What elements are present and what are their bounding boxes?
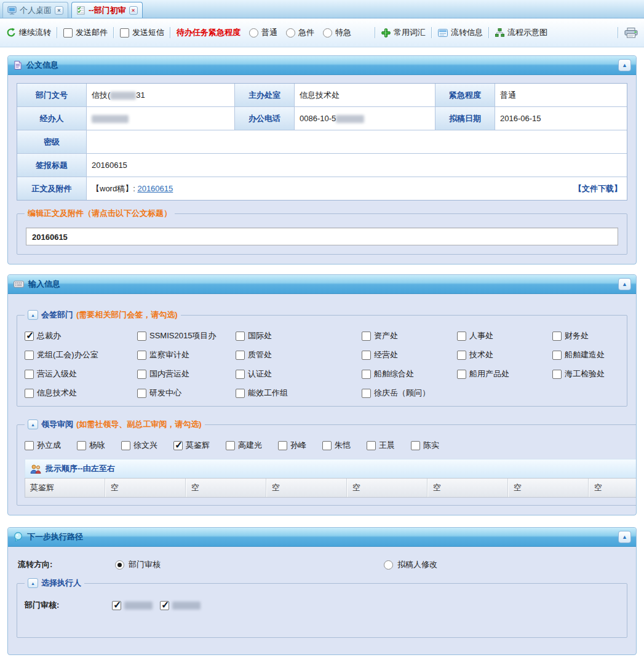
- collapse-mini-button[interactable]: ▲: [28, 419, 38, 429]
- checkbox-icon[interactable]: [322, 441, 332, 450]
- radio-icon[interactable]: [286, 28, 295, 38]
- countersign-checkbox-item[interactable]: 党组(工会)办公室: [25, 349, 137, 360]
- checkbox-icon[interactable]: [25, 441, 34, 450]
- radio-icon[interactable]: [384, 560, 393, 570]
- flow-info-button[interactable]: 流转信息: [438, 27, 483, 38]
- collapse-button[interactable]: ▲: [618, 531, 631, 543]
- countersign-checkbox-item[interactable]: 人事处: [457, 330, 552, 341]
- checkbox-icon[interactable]: [236, 389, 245, 398]
- checkbox-icon[interactable]: [25, 332, 34, 341]
- leader-checkbox-item[interactable]: 朱恺: [322, 440, 351, 451]
- urgency-option-normal[interactable]: 普通: [249, 27, 277, 38]
- checkbox-icon[interactable]: [173, 441, 183, 450]
- countersign-checkbox-item[interactable]: 船舶建造处: [552, 349, 619, 360]
- checkbox-icon[interactable]: [137, 351, 146, 360]
- leader-checkbox-item[interactable]: 孙峰: [278, 440, 306, 451]
- collapse-mini-button[interactable]: ▲: [28, 310, 38, 320]
- checkbox-icon[interactable]: [362, 370, 371, 379]
- common-words-button[interactable]: 常用词汇: [381, 27, 426, 38]
- checkbox-icon[interactable]: [137, 332, 146, 341]
- checkbox-icon[interactable]: [236, 351, 245, 360]
- checkbox-icon[interactable]: [362, 332, 371, 341]
- tab-department-review[interactable]: --部门初审 ×: [71, 2, 143, 18]
- checkbox-icon[interactable]: [137, 370, 146, 379]
- send-sms-option[interactable]: 发送短信: [120, 27, 164, 38]
- close-icon[interactable]: ×: [129, 6, 138, 15]
- countersign-checkbox-item[interactable]: 船用产品处: [457, 368, 552, 380]
- document-title-input[interactable]: 20160615: [26, 228, 618, 245]
- checkbox-icon[interactable]: [121, 441, 130, 450]
- countersign-checkbox-item[interactable]: 国内营运处: [137, 368, 236, 380]
- countersign-checkbox-item[interactable]: 总裁办: [25, 330, 137, 341]
- checkbox-icon[interactable]: [457, 332, 466, 341]
- collapse-mini-button[interactable]: ▲: [28, 578, 38, 588]
- leader-checkbox-item[interactable]: 高建光: [226, 440, 262, 451]
- close-icon[interactable]: ×: [55, 6, 63, 15]
- checkbox-icon[interactable]: [236, 370, 245, 379]
- checkbox-icon[interactable]: [552, 370, 562, 379]
- checkbox-icon[interactable]: [278, 441, 287, 450]
- word-draft-link[interactable]: 20160615: [137, 184, 173, 193]
- countersign-checkbox-item[interactable]: SSMIS2015项目办: [137, 330, 236, 341]
- checkbox-icon[interactable]: [367, 441, 376, 450]
- checkbox-icon[interactable]: [112, 601, 121, 610]
- checkbox-icon[interactable]: [77, 441, 86, 450]
- leader-checkbox-item[interactable]: 徐文兴: [121, 440, 157, 451]
- countersign-checkbox-item[interactable]: 质管处: [236, 349, 362, 360]
- radio-icon[interactable]: [115, 560, 124, 570]
- checkbox-icon[interactable]: [63, 28, 73, 38]
- countersign-checkbox-item[interactable]: 经营处: [362, 349, 457, 360]
- checkbox-icon[interactable]: [25, 389, 34, 398]
- countersign-checkbox-item[interactable]: 海工检验处: [552, 368, 619, 380]
- checkbox-label: SSMIS2015项目办: [149, 330, 216, 341]
- checkbox-icon[interactable]: [160, 601, 169, 610]
- urgency-option-extra-urgent[interactable]: 特急: [323, 27, 351, 38]
- countersign-checkbox-item[interactable]: 船舶综合处: [362, 368, 457, 380]
- checkbox-icon[interactable]: [411, 441, 420, 450]
- executor-checkbox-item[interactable]: [112, 601, 153, 610]
- leader-checkbox-item[interactable]: 陈实: [411, 440, 439, 451]
- checkbox-icon[interactable]: [362, 389, 371, 398]
- countersign-checkbox-item[interactable]: 认证处: [236, 368, 362, 380]
- checkbox-icon[interactable]: [552, 351, 562, 360]
- collapse-button[interactable]: ▲: [618, 278, 631, 290]
- checkbox-icon[interactable]: [236, 332, 245, 341]
- direction-option-dept-review[interactable]: 部门审核: [115, 559, 384, 570]
- countersign-checkbox-item[interactable]: 资产处: [362, 330, 457, 341]
- checkbox-icon[interactable]: [457, 351, 466, 360]
- checkbox-icon[interactable]: [25, 351, 34, 360]
- countersign-checkbox-item[interactable]: 能效工作组: [236, 388, 362, 399]
- order-cell: 空: [509, 479, 589, 497]
- checkbox-icon[interactable]: [25, 370, 34, 379]
- checkbox-icon[interactable]: [552, 332, 562, 341]
- executor-checkbox-item[interactable]: [160, 601, 201, 610]
- countersign-checkbox-item[interactable]: 技术处: [457, 349, 552, 360]
- collapse-button[interactable]: ▲: [618, 59, 631, 71]
- countersign-checkbox-item[interactable]: 研发中心: [137, 388, 236, 399]
- countersign-checkbox-item[interactable]: 财务处: [552, 330, 619, 341]
- flow-diagram-button[interactable]: 流程示意图: [495, 27, 547, 38]
- checkbox-icon[interactable]: [137, 389, 146, 398]
- radio-icon[interactable]: [249, 28, 258, 38]
- direction-option-drafter-revise[interactable]: 拟稿人修改: [384, 559, 437, 570]
- countersign-checkbox-item[interactable]: 监察审计处: [137, 349, 236, 360]
- tab-personal-desktop[interactable]: 个人桌面 ×: [2, 2, 68, 18]
- countersign-checkbox-item[interactable]: 信息技术处: [25, 388, 137, 399]
- leader-checkbox-item[interactable]: 孙立成: [25, 440, 61, 451]
- leader-checkbox-item[interactable]: 王晨: [367, 440, 395, 451]
- checkbox-icon[interactable]: [457, 370, 466, 379]
- file-download-link[interactable]: 【文件下载】: [574, 177, 622, 200]
- print-button[interactable]: [624, 28, 638, 38]
- send-email-option[interactable]: 发送邮件: [63, 27, 108, 38]
- checkbox-icon[interactable]: [226, 441, 235, 450]
- radio-icon[interactable]: [323, 28, 332, 38]
- countersign-checkbox-item[interactable]: 营运入级处: [25, 368, 137, 380]
- checkbox-icon[interactable]: [120, 28, 129, 38]
- urgency-option-urgent[interactable]: 急件: [286, 27, 314, 38]
- checkbox-icon[interactable]: [362, 351, 371, 360]
- countersign-checkbox-item[interactable]: 徐庆岳（顾问）: [362, 388, 457, 399]
- leader-checkbox-item[interactable]: 莫鉴辉: [173, 440, 210, 451]
- leader-checkbox-item[interactable]: 杨咏: [77, 440, 105, 451]
- continue-flow-button[interactable]: 继续流转: [6, 27, 51, 38]
- countersign-checkbox-item[interactable]: 国际处: [236, 330, 362, 341]
